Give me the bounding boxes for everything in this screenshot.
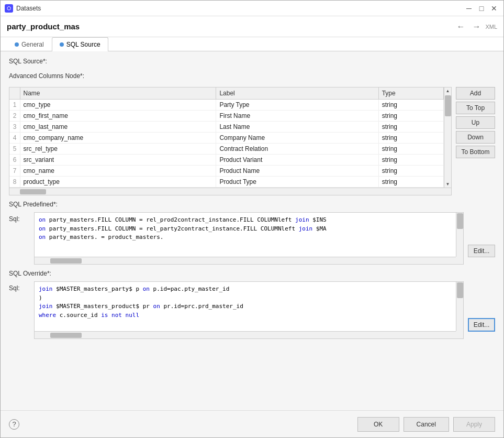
row-label: Party Type [216, 100, 378, 111]
row-type: string [378, 133, 443, 144]
minimize-button[interactable]: ─ [464, 3, 474, 14]
table-row[interactable]: 3 cmo_last_name Last Name string [9, 122, 444, 133]
advanced-columns-label: Advanced Columns Node*: [9, 72, 495, 80]
row-num: 8 [9, 177, 20, 188]
sql-ovr-corner [456, 331, 463, 338]
tab-dot-general [15, 42, 19, 47]
scroll-up-arrow[interactable]: ▲ [445, 87, 451, 94]
window-controls: ─ □ ✕ [464, 3, 499, 14]
sql-predefined-section: SQL Predefined*: Sql: on party_masters.F… [9, 201, 495, 265]
header-actions: ← → XML [454, 20, 497, 33]
table-row[interactable]: 6 src_variant Product Variant string [9, 155, 444, 166]
xml-label: XML [485, 24, 497, 30]
columns-table-section: Name Label Type 1 cmo_type Party Type st… [9, 87, 495, 195]
ok-button[interactable]: OK [357, 417, 399, 432]
row-name: cmo_first_name [20, 111, 216, 122]
col-header-label: Label [216, 87, 378, 100]
up-button[interactable]: Up [456, 116, 495, 129]
sql-override-section: SQL Override*: Sql: join $MASTER_masters… [9, 270, 495, 339]
row-type: string [378, 144, 443, 155]
row-num: 7 [9, 166, 20, 177]
window-header: party_product_mas ← → XML [1, 16, 503, 37]
row-name: cmo_company_name [20, 133, 216, 144]
sql-override-edit-button[interactable]: Edit... [468, 318, 495, 332]
sql-pred-hscroll[interactable] [35, 257, 456, 264]
row-type: string [378, 100, 443, 111]
forward-button[interactable]: → [469, 20, 483, 33]
row-type: string [378, 177, 443, 188]
row-type: string [378, 155, 443, 166]
sql-ovr-line-3: join $MASTER_masters_product$ pr on pr.i… [39, 302, 459, 311]
table-row[interactable]: 5 src_rel_type Contract Relation string [9, 144, 444, 155]
tab-general[interactable]: General [7, 37, 52, 51]
add-button[interactable]: Add [456, 87, 495, 100]
columns-table-wrapper: Name Label Type 1 cmo_type Party Type st… [9, 87, 452, 195]
footer-left: ? [9, 419, 19, 430]
tab-sql-source[interactable]: SQL Source [52, 37, 108, 51]
row-num: 1 [9, 100, 20, 111]
sql-ovr-hthumb[interactable] [50, 333, 82, 338]
app-icon: ⬡ [5, 4, 13, 13]
to-bottom-button[interactable]: To Bottom [456, 146, 495, 158]
row-name: cmo_name [20, 166, 216, 177]
table-controls: Add To Top Up Down To Bottom [456, 87, 495, 158]
row-type: string [378, 122, 443, 133]
apply-button[interactable]: Apply [453, 417, 495, 432]
table-row[interactable]: 7 cmo_name Product Name string [9, 166, 444, 177]
sql-ovr-line-2: ) [39, 294, 459, 303]
to-top-button[interactable]: To Top [456, 102, 495, 114]
down-button[interactable]: Down [456, 131, 495, 144]
row-name: src_variant [20, 155, 216, 166]
sql-ovr-hscroll[interactable] [35, 331, 456, 338]
row-name: product_type [20, 177, 216, 188]
col-header-type: Type [378, 87, 443, 100]
sql-pred-hthumb[interactable] [50, 258, 82, 264]
title-bar: ⬡ Datasets ─ □ ✕ [1, 1, 503, 16]
row-label: Contract Relation [216, 144, 378, 155]
scroll-down-arrow[interactable]: ▼ [445, 181, 451, 188]
table-row[interactable]: 8 product_type Product Type string [9, 177, 444, 188]
dataset-name: party_product_mas [7, 22, 80, 31]
scroll-thumb[interactable] [445, 95, 451, 116]
sql-ovr-vscroll[interactable] [456, 282, 463, 331]
footer: ? OK Cancel Apply [1, 410, 503, 437]
table-inner: Name Label Type 1 cmo_type Party Type st… [9, 87, 444, 188]
row-name: cmo_type [20, 100, 216, 111]
maximize-button[interactable]: □ [476, 3, 487, 14]
row-label: Product Type [216, 177, 378, 188]
sql-override-sql-label: Sql: [9, 281, 30, 292]
table-row[interactable]: 4 cmo_company_name Company Name string [9, 133, 444, 144]
row-num: 6 [9, 155, 20, 166]
close-button[interactable]: ✕ [489, 3, 499, 14]
row-label: Company Name [216, 133, 378, 144]
help-button[interactable]: ? [9, 419, 19, 430]
sql-predefined-sql-label: Sql: [9, 212, 30, 223]
sql-predefined-edit-button[interactable]: Edit... [468, 245, 495, 257]
table-row[interactable]: 1 cmo_type Party Type string [9, 100, 444, 111]
tab-sql-source-label: SQL Source [66, 41, 100, 48]
tab-bar: General SQL Source [1, 37, 503, 51]
table-horizontal-scrollbar[interactable] [9, 188, 451, 195]
table-scroll-area: Name Label Type 1 cmo_type Party Type st… [9, 87, 451, 188]
sql-ovr-line-4: where c.source_id is not null [39, 311, 459, 320]
columns-table: Name Label Type 1 cmo_type Party Type st… [9, 87, 444, 188]
sql-override-editor[interactable]: join $MASTER_masters_party$ p on p.id=pa… [34, 281, 464, 339]
sql-ovr-vthumb[interactable] [457, 282, 463, 298]
sql-predefined-label: SQL Predefined*: [9, 201, 495, 208]
row-num: 2 [9, 111, 20, 122]
sql-predefined-editor[interactable]: on party_masters.FILL COLUMN = rel_prod2… [34, 212, 464, 265]
cancel-button[interactable]: Cancel [404, 417, 449, 432]
sql-pred-vscroll[interactable] [456, 213, 463, 257]
back-button[interactable]: ← [454, 20, 467, 33]
row-type: string [378, 111, 443, 122]
table-row[interactable]: 2 cmo_first_name First Name string [9, 111, 444, 122]
row-num: 3 [9, 122, 20, 133]
main-window: ⬡ Datasets ─ □ ✕ party_product_mas ← → X… [0, 0, 504, 438]
sql-pred-vthumb[interactable] [457, 213, 463, 229]
sql-source-label: SQL Source*: [9, 58, 495, 65]
table-vertical-scrollbar[interactable]: ▲ ▼ [444, 87, 451, 188]
h-scroll-thumb[interactable] [20, 189, 46, 194]
sql-pred-line-1: on party_masters.FILL COLUMN = rel_prod2… [39, 216, 459, 225]
row-name: cmo_last_name [20, 122, 216, 133]
sql-pred-line-2: on party_masters.FILL COLUMN = rel_party… [39, 225, 459, 234]
